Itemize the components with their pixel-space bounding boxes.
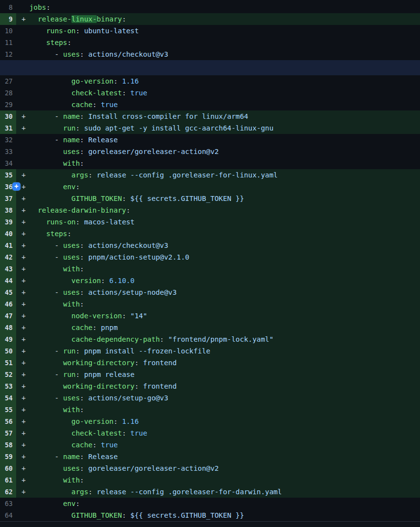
diff-marker: + <box>16 110 29 122</box>
line-number[interactable]: 56 <box>0 416 16 427</box>
code-line: args: release --config .goreleaser-for-d… <box>29 486 282 498</box>
line-number[interactable]: 34 <box>0 157 16 169</box>
diff-row: 45+ - uses: actions/setup-node@v3 <box>0 286 420 298</box>
diff-marker: + <box>16 451 29 462</box>
line-number[interactable]: 57 <box>0 427 16 439</box>
diff-marker: + <box>16 462 29 474</box>
line-number[interactable]: 29 <box>0 99 16 110</box>
file-bottom-edge <box>0 521 420 527</box>
line-number[interactable]: 11 <box>0 37 16 48</box>
line-number[interactable]: 33 <box>0 146 16 157</box>
line-number[interactable]: 39 <box>0 216 16 228</box>
diff-marker: + <box>16 13 29 25</box>
line-number[interactable]: 53 <box>0 380 16 392</box>
code-line: version: 6.10.0 <box>29 275 134 286</box>
diff-marker: + <box>16 404 29 416</box>
line-number[interactable]: 42 <box>0 251 16 263</box>
line-number[interactable]: 50 <box>0 345 16 357</box>
line-number[interactable]: 47 <box>0 310 16 322</box>
diff-row: 9+ release-linux-binary: <box>0 13 420 25</box>
line-number[interactable]: 43 <box>0 263 16 275</box>
diff-marker: + <box>16 286 29 298</box>
code-line: - run: pnpm release <box>29 369 134 380</box>
line-number[interactable]: 12 <box>0 48 16 60</box>
diff-marker <box>16 134 29 146</box>
code-line: - name: Install cross-compiler for linux… <box>29 110 248 122</box>
diff-marker <box>16 99 29 110</box>
line-number[interactable]: 60 <box>0 462 16 474</box>
line-number[interactable]: 9 <box>0 13 16 25</box>
diff-marker: + <box>16 345 29 357</box>
line-number[interactable]: 48 <box>0 322 16 333</box>
line-number[interactable]: 61 <box>0 474 16 486</box>
line-number[interactable]: 63 <box>0 498 16 509</box>
expand-hunk-row[interactable] <box>0 60 420 75</box>
diff-row: 56+ go-version: 1.16 <box>0 416 420 427</box>
add-comment-button[interactable]: + <box>12 182 21 191</box>
code-line: cache-dependency-path: "frontend/pnpm-lo… <box>29 333 273 345</box>
diff-row: 11 steps: <box>0 37 420 48</box>
diff-row: 59+ - name: Release <box>0 451 420 462</box>
diff-marker: + <box>16 310 29 322</box>
diff-marker: + <box>16 322 29 333</box>
diff-marker: + <box>16 251 29 263</box>
diff-row: 29 cache: true <box>0 99 420 110</box>
diff-viewer: 8jobs:9+ release-linux-binary:10 runs-on… <box>0 0 420 527</box>
diff-marker <box>16 1 29 13</box>
code-line: with: <box>29 404 84 416</box>
code-line: release-linux-binary: <box>29 13 126 25</box>
diff-row: 38+ release-darwin-binary: <box>0 204 420 216</box>
line-number[interactable]: 64 <box>0 509 16 521</box>
line-number[interactable]: 10 <box>0 25 16 37</box>
line-number[interactable]: 37 <box>0 193 16 204</box>
diff-row: 49+ cache-dependency-path: "frontend/pnp… <box>0 333 420 345</box>
diff-row: 42+ - uses: pnpm/action-setup@v2.1.0 <box>0 251 420 263</box>
line-number[interactable]: 31 <box>0 122 16 134</box>
diff-marker: + <box>16 263 29 275</box>
diff-marker: + <box>16 416 29 427</box>
line-number[interactable]: 27 <box>0 75 16 87</box>
diff-marker: + <box>16 228 29 240</box>
line-number[interactable]: 35 <box>0 169 16 181</box>
line-number[interactable]: 30 <box>0 110 16 122</box>
diff-row: 37+ GITHUB_TOKEN: ${{ secrets.GITHUB_TOK… <box>0 193 420 204</box>
code-line: cache: true <box>29 439 118 451</box>
code-line: runs-on: ubuntu-latest <box>29 25 139 37</box>
code-line: cache: pnpm <box>29 322 118 333</box>
line-number[interactable]: 51 <box>0 357 16 369</box>
line-number[interactable]: 59 <box>0 451 16 462</box>
diff-row: 35+ args: release --config .goreleaser-f… <box>0 169 420 181</box>
code-line: cache: true <box>29 99 118 110</box>
line-number[interactable]: 55 <box>0 404 16 416</box>
diff-marker: + <box>16 216 29 228</box>
code-line: with: <box>29 263 84 275</box>
line-number[interactable]: 46 <box>0 298 16 310</box>
line-number[interactable]: 49 <box>0 333 16 345</box>
line-number[interactable]: 8 <box>0 1 16 13</box>
line-number[interactable]: 40 <box>0 228 16 240</box>
diff-row: 31+ run: sudo apt-get -y install gcc-aar… <box>0 122 420 134</box>
diff-marker: + <box>16 333 29 345</box>
diff-row: 50+ - run: pnpm install --frozen-lockfil… <box>0 345 420 357</box>
diff-row: 53+ working-directory: frontend <box>0 380 420 392</box>
diff-marker: + <box>16 474 29 486</box>
diff-marker: + <box>16 193 29 204</box>
line-number[interactable]: 41 <box>0 240 16 251</box>
diff-marker <box>16 25 29 37</box>
line-number[interactable]: 32 <box>0 134 16 146</box>
code-line: with: <box>29 298 84 310</box>
line-number[interactable]: 44 <box>0 275 16 286</box>
diff-marker: + <box>16 122 29 134</box>
line-number[interactable]: 45 <box>0 286 16 298</box>
code-line: args: release --config .goreleaser-for-l… <box>29 169 278 181</box>
diff-marker: + <box>16 275 29 286</box>
line-number[interactable]: 38 <box>0 204 16 216</box>
line-number[interactable]: 28 <box>0 87 16 99</box>
line-number[interactable]: 62 <box>0 486 16 498</box>
diff-marker: + <box>16 298 29 310</box>
line-number[interactable]: 58 <box>0 439 16 451</box>
code-line: working-directory: frontend <box>29 357 177 369</box>
line-number[interactable]: 54 <box>0 392 16 404</box>
line-number[interactable]: 52 <box>0 369 16 380</box>
diff-marker <box>16 498 29 509</box>
